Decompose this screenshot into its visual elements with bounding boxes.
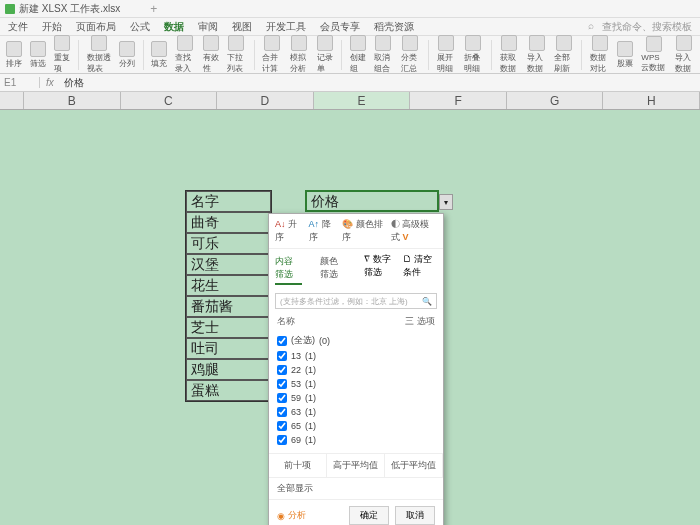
active-cell-value: 价格	[311, 193, 339, 209]
sort-asc[interactable]: A↓ 升序	[275, 218, 301, 244]
menu-review[interactable]: 审阅	[198, 20, 218, 34]
grid[interactable]: 名字 曲奇 可乐 汉堡 花生 番茄酱 芝士 吐司 鸡腿 蛋糕 价格 ▾ A↓ 升…	[0, 110, 700, 525]
analysis-link[interactable]: ◉ 分析	[277, 509, 306, 522]
cell-d9[interactable]: 鸡腿	[186, 359, 271, 380]
cell-d4[interactable]: 汉堡	[186, 254, 271, 275]
tool-consolidate[interactable]: 合并计算	[262, 35, 281, 74]
filter-list: (全选)(0) 13(1) 22(1) 53(1) 59(1) 63(1) 65…	[269, 330, 443, 453]
filename: 新建 XLSX 工作表.xlsx	[19, 2, 120, 16]
cell-d3[interactable]: 可乐	[186, 233, 271, 254]
tool-sort[interactable]: 排序	[6, 41, 22, 69]
tool-validate[interactable]: 有效性	[203, 35, 219, 74]
filter-item[interactable]: 22(1)	[277, 363, 435, 377]
file-tab[interactable]: 新建 XLSX 工作表.xlsx	[5, 2, 120, 16]
tool-expand[interactable]: 展开明细	[437, 35, 456, 74]
file-icon	[5, 4, 15, 14]
search-icon[interactable]: 🔍	[422, 297, 432, 306]
tool-whatif[interactable]: 模拟分析	[290, 35, 309, 74]
sort-desc[interactable]: A↑ 降序	[309, 218, 335, 244]
tool-cloud[interactable]: WPS云数据	[641, 36, 666, 73]
tab-color-filter[interactable]: 颜色筛选	[320, 253, 347, 285]
new-tab-button[interactable]: +	[150, 2, 157, 16]
menu-home[interactable]: 开始	[42, 20, 62, 34]
ok-button[interactable]: 确定	[349, 506, 389, 525]
cancel-button[interactable]: 取消	[395, 506, 435, 525]
col-C[interactable]: C	[121, 92, 218, 109]
tool-refresh[interactable]: 全部刷新	[554, 35, 573, 74]
filter-item[interactable]: 69(1)	[277, 433, 435, 447]
tool-group[interactable]: 创建组	[350, 35, 366, 74]
menubar: 文件 开始 页面布局 公式 数据 审阅 视图 开发工具 会员专享 稻壳资源 ⌕ …	[0, 18, 700, 36]
filter-item[interactable]: 59(1)	[277, 391, 435, 405]
col-H[interactable]: H	[603, 92, 700, 109]
tool-subtotal[interactable]: 分类汇总	[401, 35, 420, 74]
filter-item[interactable]: 53(1)	[277, 377, 435, 391]
search-icon[interactable]: ⌕	[588, 20, 594, 34]
tool-collapse[interactable]: 折叠明细	[464, 35, 483, 74]
formula-bar: E1 fx 价格	[0, 74, 700, 92]
tool-record[interactable]: 记录单	[317, 35, 333, 74]
sort-color[interactable]: 🎨 颜色排序	[342, 218, 383, 244]
cell-d2[interactable]: 曲奇	[186, 212, 271, 233]
tool-fill[interactable]: 填充	[151, 41, 167, 69]
menu-file[interactable]: 文件	[8, 20, 28, 34]
cell-d10[interactable]: 蛋糕	[186, 380, 271, 401]
filter-panel: A↓ 升序 A↑ 降序 🎨 颜色排序 ◐ 高级模式 V 内容筛选 颜色筛选 ∇ …	[268, 213, 444, 525]
tool-import2[interactable]: 导入数据	[675, 35, 694, 74]
list-head-options[interactable]: 三 选项	[405, 315, 435, 328]
active-cell-E1[interactable]: 价格 ▾	[305, 190, 439, 212]
cell-d7[interactable]: 芝士	[186, 317, 271, 338]
search-placeholder[interactable]: 查找命令、搜索模板	[602, 20, 692, 34]
col-F[interactable]: F	[410, 92, 507, 109]
tool-lookup[interactable]: 查找录入	[175, 35, 194, 74]
menu-resources[interactable]: 稻壳资源	[374, 20, 414, 34]
col-G[interactable]: G	[507, 92, 604, 109]
fx-icon[interactable]: fx	[40, 77, 60, 88]
tool-ungroup[interactable]: 取消组合	[374, 35, 393, 74]
menu-formula[interactable]: 公式	[130, 20, 150, 34]
tool-dup[interactable]: 重复项	[54, 35, 70, 74]
tool-filter[interactable]: 筛选	[30, 41, 46, 69]
tab-content-filter[interactable]: 内容筛选	[275, 253, 302, 285]
col-D[interactable]: D	[217, 92, 314, 109]
column-headers: B C D E F G H	[0, 92, 700, 110]
menu-view[interactable]: 视图	[232, 20, 252, 34]
tab-clear[interactable]: 🗋 清空条件	[403, 253, 437, 285]
sheet: B C D E F G H 名字 曲奇 可乐 汉堡 花生 番茄酱 芝士 吐司 鸡…	[0, 92, 700, 525]
filter-item-all[interactable]: (全选)(0)	[277, 332, 435, 349]
btn-top10[interactable]: 前十项	[269, 454, 327, 477]
filter-item[interactable]: 63(1)	[277, 405, 435, 419]
tab-number-filter[interactable]: ∇ 数字筛选	[364, 253, 396, 285]
tool-split[interactable]: 分列	[119, 41, 135, 69]
col-E[interactable]: E	[314, 92, 411, 109]
titlebar: 新建 XLSX 工作表.xlsx +	[0, 0, 700, 18]
menu-data[interactable]: 数据	[164, 20, 184, 34]
tool-import[interactable]: 导入数据	[527, 35, 546, 74]
filter-item[interactable]: 13(1)	[277, 349, 435, 363]
btn-above-avg[interactable]: 高于平均值	[327, 454, 385, 477]
cell-d6[interactable]: 番茄酱	[186, 296, 271, 317]
cell-d5[interactable]: 花生	[186, 275, 271, 296]
ribbon-toolbar: 排序 筛选 重复项 数据透视表 分列 填充 查找录入 有效性 下拉列表 合并计算…	[0, 36, 700, 74]
name-box[interactable]: E1	[0, 77, 40, 88]
advanced-mode[interactable]: ◐ 高级模式 V	[391, 218, 437, 244]
cell-d8[interactable]: 吐司	[186, 338, 271, 359]
show-all[interactable]: 全部显示	[269, 477, 443, 499]
formula-input[interactable]: 价格	[60, 76, 700, 90]
col-B[interactable]: B	[24, 92, 121, 109]
menu-member[interactable]: 会员专享	[320, 20, 360, 34]
filter-dropdown-icon[interactable]: ▾	[439, 194, 453, 210]
list-head-name: 名称	[277, 315, 295, 328]
filter-item[interactable]: 65(1)	[277, 419, 435, 433]
menu-layout[interactable]: 页面布局	[76, 20, 116, 34]
header-name[interactable]: 名字	[186, 191, 271, 212]
filter-search[interactable]: (支持多条件过滤，例如：北京 上海) 🔍	[275, 293, 437, 309]
tool-stock[interactable]: 股票	[617, 41, 633, 69]
tool-compare[interactable]: 数据对比	[590, 35, 609, 74]
tool-getdata[interactable]: 获取数据	[500, 35, 519, 74]
tool-dropdown[interactable]: 下拉列表	[227, 35, 246, 74]
menu-dev[interactable]: 开发工具	[266, 20, 306, 34]
btn-below-avg[interactable]: 低于平均值	[385, 454, 443, 477]
tool-pivot[interactable]: 数据透视表	[87, 35, 111, 74]
select-all-corner[interactable]	[0, 92, 24, 109]
